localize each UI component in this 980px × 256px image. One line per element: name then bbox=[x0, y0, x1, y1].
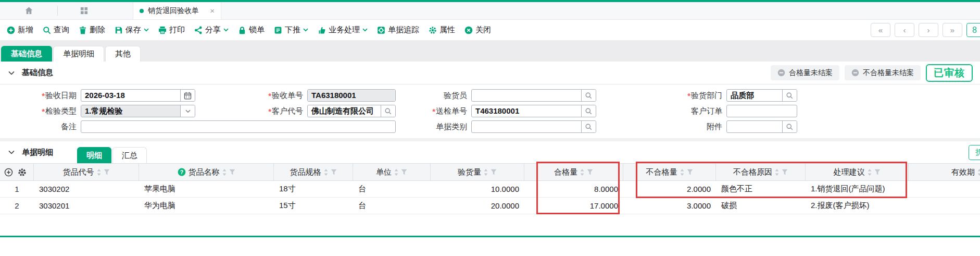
home-button[interactable] bbox=[0, 2, 57, 19]
table-row[interactable]: 23030201华为电脑15寸台20.000017.00003.0000破损2.… bbox=[0, 198, 980, 214]
customer-order-value[interactable] bbox=[727, 105, 797, 117]
inspector-field[interactable] bbox=[471, 89, 596, 102]
lock-button[interactable]: 锁单 bbox=[233, 22, 269, 38]
sort-icon[interactable] bbox=[868, 169, 872, 176]
send-no-field[interactable]: T463180001 bbox=[471, 105, 596, 117]
tab-basic-info[interactable]: 基础信息 bbox=[1, 46, 52, 62]
col-header-handling-advice[interactable]: 处理建议 bbox=[806, 164, 909, 180]
sort-icon[interactable] bbox=[580, 169, 584, 176]
filter-icon[interactable] bbox=[587, 169, 593, 175]
receipt-no-field[interactable]: TA63180001 bbox=[307, 89, 396, 102]
cell-unqualified-reason[interactable]: 破损 bbox=[716, 198, 806, 214]
next-record-button[interactable]: › bbox=[919, 23, 938, 37]
tab-close-icon[interactable]: × bbox=[210, 7, 215, 15]
print-button[interactable]: 打印 bbox=[154, 22, 190, 38]
doc-category-lookup-button[interactable] bbox=[581, 121, 596, 132]
col-header-unqualified-reason[interactable]: 不合格原因 bbox=[716, 164, 806, 180]
first-record-button[interactable]: « bbox=[871, 23, 890, 37]
date-picker-button[interactable] bbox=[180, 90, 195, 101]
cell-unqualified-qty[interactable]: 3.0000 bbox=[623, 198, 716, 214]
grid-settings-icon[interactable] bbox=[18, 168, 27, 177]
sort-icon[interactable] bbox=[977, 169, 980, 176]
cell-item-code[interactable]: 3030201 bbox=[34, 198, 139, 214]
sort-icon[interactable] bbox=[222, 169, 227, 176]
sort-icon[interactable] bbox=[484, 169, 488, 176]
save-button[interactable]: 保存 bbox=[110, 22, 154, 38]
dept-field[interactable]: 品质部 bbox=[726, 89, 797, 102]
table-row[interactable]: 13030202苹果电脑18寸台10.00008.00002.0000颜色不正1… bbox=[0, 181, 980, 198]
dept-value[interactable]: 品质部 bbox=[727, 90, 782, 101]
filter-icon[interactable] bbox=[401, 169, 407, 175]
pushdown-button[interactable]: 下推 bbox=[269, 22, 313, 38]
remark-field[interactable] bbox=[81, 120, 396, 133]
inspect-date-value[interactable]: 2026-03-18 bbox=[81, 90, 180, 101]
share-button[interactable]: 分享 bbox=[190, 22, 233, 38]
customer-code-value[interactable]: 佛山制造有限公司 bbox=[308, 105, 381, 117]
close-button[interactable]: 关闭 bbox=[460, 22, 496, 38]
prev-record-button[interactable]: ‹ bbox=[895, 23, 914, 37]
cell-item-spec[interactable]: 15寸 bbox=[274, 198, 353, 214]
pager-extra-button[interactable]: 8 bbox=[966, 23, 980, 37]
new-button[interactable]: 新增 bbox=[2, 22, 38, 38]
customer-code-field[interactable]: 佛山制造有限公司 bbox=[307, 105, 396, 117]
customer-order-field[interactable] bbox=[726, 105, 797, 117]
send-no-lookup-button[interactable] bbox=[581, 105, 596, 117]
tab-detail[interactable]: 明细 bbox=[77, 147, 111, 163]
col-header-unqualified-qty[interactable]: 不合格量 bbox=[623, 164, 716, 180]
send-no-value[interactable]: T463180001 bbox=[472, 105, 581, 117]
col-header-qualified-qty[interactable]: 合格量 bbox=[524, 164, 623, 180]
sort-icon[interactable] bbox=[394, 169, 398, 176]
sort-icon[interactable] bbox=[680, 169, 684, 176]
sort-icon[interactable] bbox=[324, 169, 328, 176]
delete-button[interactable]: 删除 bbox=[74, 22, 110, 38]
cell-inspect-qty[interactable]: 10.0000 bbox=[431, 181, 524, 197]
filter-icon[interactable] bbox=[782, 169, 788, 175]
cell-qualified-qty[interactable]: 8.0000 bbox=[524, 181, 623, 197]
document-trace-button[interactable]: 单据追踪 bbox=[372, 22, 424, 38]
filter-icon[interactable] bbox=[491, 169, 497, 175]
filter-icon[interactable] bbox=[104, 169, 110, 175]
apps-menu-button[interactable] bbox=[58, 2, 110, 19]
cell-item-code[interactable]: 3030202 bbox=[34, 181, 139, 197]
cell-unqualified-qty[interactable]: 2.0000 bbox=[623, 181, 716, 197]
filter-icon[interactable] bbox=[331, 169, 337, 175]
attachment-field[interactable] bbox=[726, 120, 797, 133]
question-circle-icon[interactable] bbox=[178, 168, 186, 176]
col-header-unit[interactable]: 单位 bbox=[353, 164, 431, 180]
inspect-date-field[interactable]: 2026-03-18 bbox=[81, 89, 195, 102]
inspect-type-dropdown-button[interactable] bbox=[180, 105, 195, 117]
col-header-valid-period[interactable]: 有效期 bbox=[909, 164, 980, 180]
filter-icon[interactable] bbox=[229, 169, 235, 175]
attachment-lookup-button[interactable] bbox=[782, 121, 797, 132]
sort-icon[interactable] bbox=[97, 169, 101, 176]
col-header-inspect-qty[interactable]: 验货量 bbox=[431, 164, 524, 180]
collapse-chevron-icon[interactable] bbox=[8, 71, 15, 75]
sort-icon[interactable] bbox=[775, 169, 779, 176]
cell-item-name[interactable]: 苹果电脑 bbox=[139, 181, 274, 197]
customer-lookup-button[interactable] bbox=[381, 105, 395, 117]
last-record-button[interactable]: » bbox=[943, 23, 962, 37]
collapse-chevron-icon[interactable] bbox=[8, 150, 15, 154]
properties-button[interactable]: 属性 bbox=[424, 22, 460, 38]
cell-unqualified-reason[interactable]: 颜色不正 bbox=[716, 181, 806, 197]
business-process-button[interactable]: 业务处理 bbox=[313, 22, 372, 38]
doc-category-value[interactable] bbox=[472, 121, 581, 132]
cell-valid-period[interactable] bbox=[909, 198, 980, 214]
tab-summary[interactable]: 汇总 bbox=[112, 147, 147, 163]
cell-item-spec[interactable]: 18寸 bbox=[274, 181, 353, 197]
cell-handling-advice[interactable]: 2.报废(客户损坏) bbox=[806, 198, 909, 214]
cell-unit[interactable]: 台 bbox=[353, 181, 431, 197]
cell-qualified-qty[interactable]: 17.0000 bbox=[524, 198, 623, 214]
document-tab[interactable]: 销货退回验收单 × bbox=[133, 2, 221, 19]
filter-icon[interactable] bbox=[874, 169, 881, 175]
inspector-value[interactable] bbox=[472, 90, 581, 101]
cell-valid-period[interactable] bbox=[909, 181, 980, 197]
split-button[interactable]: 拆分 bbox=[969, 145, 980, 160]
attachment-value[interactable] bbox=[727, 121, 782, 132]
inspect-type-field[interactable]: 1.常规检验 bbox=[81, 105, 195, 117]
doc-category-field[interactable] bbox=[471, 120, 596, 133]
cell-handling-advice[interactable]: 1.销货退回(产品问题) bbox=[806, 181, 909, 197]
cell-inspect-qty[interactable]: 20.0000 bbox=[431, 198, 524, 214]
col-header-item-name[interactable]: 货品名称 bbox=[139, 164, 274, 180]
query-button[interactable]: 查询 bbox=[38, 22, 74, 38]
